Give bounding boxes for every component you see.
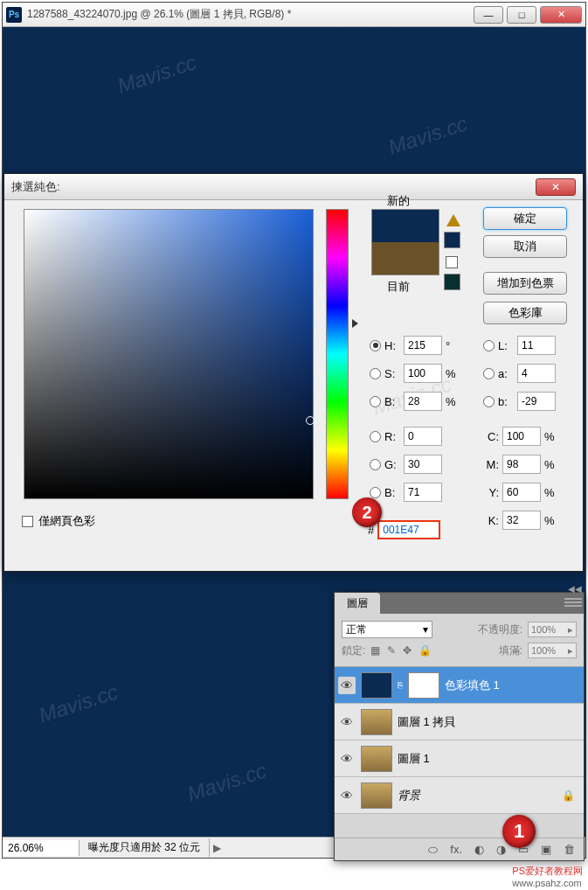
lock-label: 鎖定: (342, 643, 365, 658)
layers-tab[interactable]: 圖層 (335, 593, 380, 614)
a-radio[interactable] (483, 368, 495, 379)
websafe-swatch[interactable] (444, 274, 460, 290)
bb-radio[interactable] (370, 487, 381, 498)
link-icon: ⎘ (398, 680, 403, 690)
dialog-titlebar[interactable]: 揀選純色: ✕ (4, 174, 583, 200)
r-input[interactable] (404, 427, 442, 446)
panel-menu-icon[interactable] (564, 594, 582, 610)
l-radio[interactable] (483, 340, 495, 351)
lab-cmyk-fields: L: a: b: C:% M:% Y:% K:% (483, 331, 575, 534)
visibility-icon[interactable]: 👁 (338, 787, 356, 804)
hex-row: # (368, 520, 440, 539)
web-only-checkbox[interactable] (22, 516, 33, 527)
opacity-input[interactable]: 100%▸ (528, 622, 577, 637)
fill-input[interactable]: 100%▸ (528, 643, 577, 658)
add-swatch-button[interactable]: 增加到色票 (483, 272, 567, 295)
layer-name[interactable]: 背景 (398, 788, 420, 803)
web-only-label: 僅網頁色彩 (38, 513, 95, 529)
layer-row[interactable]: 👁 圖層 1 拷貝 (335, 704, 584, 741)
gamut-swatch[interactable] (444, 232, 460, 248)
mask-thumbnail[interactable] (408, 672, 439, 699)
mask-icon[interactable]: ◐ (474, 843, 484, 856)
current-color-label: 目前 (387, 279, 410, 295)
layer-controls: 正常▾ 不透明度: 100%▸ 鎖定: ▦ ✎ ✥ 🔒 填滿: 100%▸ (335, 614, 584, 667)
lock-all-icon[interactable]: 🔒 (419, 644, 432, 657)
websafe-warning-icon[interactable] (446, 256, 458, 268)
layer-thumbnail[interactable] (361, 782, 392, 809)
app-icon: Ps (6, 7, 22, 23)
b-input[interactable] (404, 392, 442, 411)
g-radio[interactable] (370, 459, 381, 470)
visibility-icon[interactable]: 👁 (338, 750, 356, 768)
dialog-close-button[interactable]: ✕ (536, 178, 576, 196)
annotation-marker-1: 1 (502, 815, 536, 848)
layer-thumbnail[interactable] (361, 746, 392, 772)
l-input[interactable] (517, 336, 556, 355)
layer-name[interactable]: 圖層 1 (398, 751, 430, 767)
color-field[interactable] (24, 209, 314, 499)
fx-icon[interactable]: fx. (450, 843, 462, 856)
hex-input[interactable] (377, 520, 440, 539)
layer-thumbnail[interactable] (361, 672, 392, 699)
panel-collapse-icon[interactable]: ◀◀ (568, 584, 582, 594)
color-picker-dialog: 揀選純色: ✕ Mavis.cc Mavis.cc 新的 目前 確定 取消 增加… (3, 173, 584, 572)
ok-button[interactable]: 確定 (483, 207, 567, 230)
web-only-row: 僅網頁色彩 (22, 513, 95, 529)
color-preview (371, 209, 439, 275)
link-layers-icon[interactable]: ⬭ (428, 843, 438, 857)
hue-slider[interactable] (326, 209, 349, 499)
visibility-icon[interactable]: 👁 (338, 713, 356, 731)
layer-row[interactable]: 👁 圖層 1 (335, 741, 584, 777)
blend-mode-select[interactable]: 正常▾ (342, 621, 432, 638)
maximize-button[interactable]: □ (507, 6, 536, 24)
lb-input[interactable] (517, 392, 556, 411)
close-button[interactable]: ✕ (540, 6, 582, 24)
gamut-warning-icon[interactable] (446, 214, 460, 226)
a-input[interactable] (517, 364, 556, 383)
s-radio[interactable] (370, 368, 381, 379)
zoom-level[interactable]: 26.06% (3, 840, 80, 856)
g-input[interactable] (404, 455, 442, 474)
window-controls: — □ ✕ (474, 6, 582, 24)
lock-transparent-icon[interactable]: ▦ (370, 644, 380, 657)
new-color-swatch (372, 210, 439, 242)
s-input[interactable] (404, 364, 442, 383)
layers-panel: ◀◀ 圖層 正常▾ 不透明度: 100%▸ 鎖定: ▦ ✎ ✥ 🔒 填滿: 10… (334, 592, 585, 861)
opacity-label: 不透明度: (478, 622, 522, 637)
b-radio[interactable] (370, 396, 381, 407)
lock-position-icon[interactable]: ✥ (403, 644, 412, 657)
m-input[interactable] (502, 455, 541, 474)
k-input[interactable] (502, 511, 541, 530)
window-title: 1287588_43224070.jpg @ 26.1% (圖層 1 拷貝, R… (27, 7, 474, 22)
color-libraries-button[interactable]: 色彩庫 (483, 302, 567, 324)
layer-list: 👁 ⎘ 色彩填色 1 👁 圖層 1 拷貝 👁 圖層 1 👁 背景 🔒 (335, 667, 584, 814)
delete-icon[interactable]: 🗑 (564, 843, 575, 856)
panel-header: 圖層 (335, 593, 584, 614)
dialog-title: 揀選純色: (11, 179, 536, 195)
layer-name[interactable]: 圖層 1 拷貝 (398, 714, 455, 730)
h-input[interactable] (404, 336, 442, 355)
layer-row[interactable]: 👁 ⎘ 色彩填色 1 (335, 667, 584, 704)
adjustment-icon[interactable]: ◑ (496, 843, 506, 856)
y-input[interactable] (502, 483, 541, 502)
h-radio[interactable] (370, 340, 381, 351)
fill-label: 填滿: (499, 643, 522, 658)
minimize-button[interactable]: — (474, 6, 503, 24)
new-layer-icon[interactable]: ▣ (541, 843, 551, 856)
lock-pixels-icon[interactable]: ✎ (387, 644, 396, 657)
layer-thumbnail[interactable] (361, 709, 392, 735)
hue-indicator (352, 319, 358, 328)
r-radio[interactable] (370, 431, 381, 442)
credit: PS爱好者教程网 www.psahz.com (512, 865, 583, 888)
c-input[interactable] (502, 427, 541, 446)
lock-icon: 🔒 (562, 789, 575, 802)
cancel-button[interactable]: 取消 (483, 235, 567, 258)
layer-name[interactable]: 色彩填色 1 (445, 678, 500, 693)
bb-input[interactable] (404, 483, 442, 502)
visibility-icon[interactable]: 👁 (338, 677, 356, 694)
lb-radio[interactable] (483, 396, 495, 407)
layer-row[interactable]: 👁 背景 🔒 (335, 777, 584, 814)
titlebar: Ps 1287588_43224070.jpg @ 26.1% (圖層 1 拷貝… (3, 3, 585, 27)
hsb-rgb-fields: H:° S:% B:% R: G: B: (370, 331, 461, 506)
new-color-label: 新的 (387, 193, 410, 209)
